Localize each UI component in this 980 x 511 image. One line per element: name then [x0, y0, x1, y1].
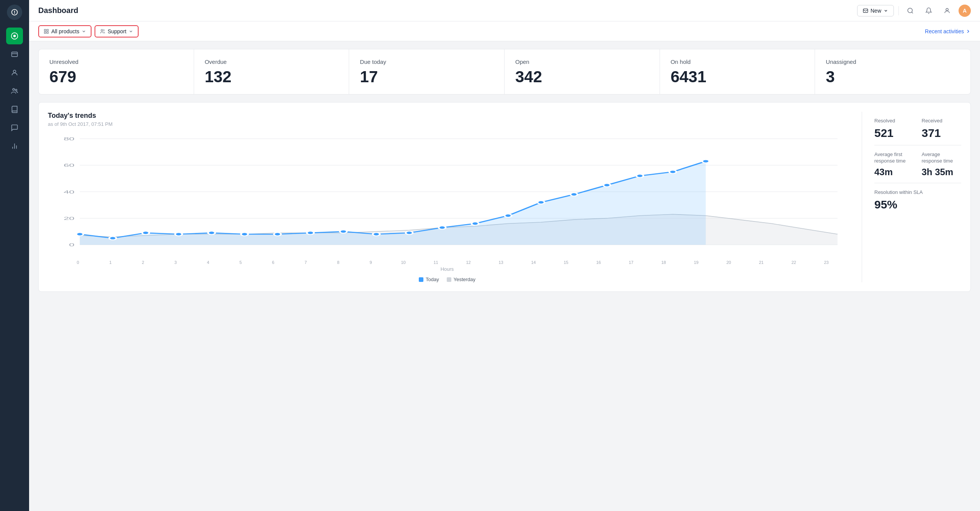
metric-row-1: Resolved 521 Received 371 [874, 112, 961, 145]
sidebar-item-tickets[interactable] [6, 46, 23, 63]
svg-point-38 [439, 226, 446, 229]
page-title: Dashboard [38, 6, 78, 15]
x-axis-label: 4 [192, 260, 224, 265]
svg-point-33 [274, 233, 281, 236]
received-label: Received [922, 118, 962, 124]
chart-title: Today's trends [48, 112, 846, 120]
recent-activities-link[interactable]: Recent activities [925, 28, 971, 34]
search-button[interactable] [903, 4, 917, 18]
chart-section: Today's trends as of 9th Oct 2017, 07:51… [38, 102, 971, 292]
svg-text:0: 0 [69, 242, 74, 247]
stat-value: 6431 [671, 69, 804, 85]
x-axis-label: 11 [420, 260, 452, 265]
stat-value: 679 [49, 69, 183, 85]
svg-point-28 [109, 236, 116, 240]
svg-rect-12 [44, 29, 46, 31]
main-content: Dashboard New A All products [29, 0, 980, 511]
sidebar-item-teams[interactable] [6, 83, 23, 99]
svg-point-39 [472, 222, 479, 225]
stat-card: Unresolved 679 [39, 49, 194, 94]
avg-response-value: 3h 35m [922, 168, 962, 177]
stat-label: Unassigned [826, 59, 960, 65]
svg-point-45 [669, 170, 676, 174]
x-axis-label: 13 [485, 260, 517, 265]
header-divider [898, 6, 899, 15]
svg-point-4 [13, 88, 15, 90]
svg-point-40 [505, 214, 512, 217]
avg-response-label: Average response time [922, 151, 962, 164]
stat-label: Overdue [205, 59, 338, 65]
stat-value: 132 [205, 69, 338, 85]
x-axis-label: 19 [680, 260, 712, 265]
new-button[interactable]: New [857, 5, 894, 16]
resolution-sla-label: Resolution within SLA [874, 189, 961, 196]
stat-label: Due today [360, 59, 493, 65]
svg-text:20: 20 [64, 216, 74, 221]
x-axis-label: 8 [322, 260, 354, 265]
resolution-sla-metric: Resolution within SLA 95% [874, 189, 961, 210]
metric-row-3: Resolution within SLA 95% [874, 183, 961, 216]
svg-point-44 [636, 174, 644, 177]
content-area: Unresolved 679 Overdue 132 Due today 17 … [29, 41, 980, 511]
search-icon [907, 7, 914, 14]
avg-response-metric: Average response time 3h 35m [922, 151, 962, 177]
svg-point-16 [101, 29, 103, 31]
sidebar-item-contacts[interactable] [6, 64, 23, 81]
stat-value: 3 [826, 69, 960, 85]
x-axis-label: 20 [712, 260, 745, 265]
x-axis-label: 1 [94, 260, 127, 265]
user-menu-button[interactable] [940, 4, 954, 18]
stats-grid: Unresolved 679 Overdue 132 Due today 17 … [38, 49, 971, 94]
sidebar-item-knowledge[interactable] [6, 101, 23, 118]
x-axis-label: 12 [452, 260, 485, 265]
avatar[interactable]: A [959, 5, 971, 17]
x-axis-label: 17 [615, 260, 647, 265]
sidebar [0, 0, 29, 511]
support-filter[interactable]: Support [95, 25, 139, 37]
sidebar-item-chat[interactable] [6, 119, 23, 136]
sidebar-item-reports[interactable] [6, 138, 23, 155]
trend-chart-svg: 020406080 [48, 135, 846, 257]
metric-row-2: Average first response time 43m Average … [874, 145, 961, 183]
chevron-down-icon-2 [129, 29, 133, 34]
svg-point-46 [702, 159, 709, 163]
svg-point-3 [13, 70, 16, 73]
x-axis-label: 23 [810, 260, 843, 265]
chart-subtitle: as of 9th Oct 2017, 07:51 PM [48, 121, 846, 127]
all-products-filter[interactable]: All products [38, 25, 91, 37]
x-axis-label: 18 [647, 260, 680, 265]
chart-right: Resolved 521 Received 371 Average first … [862, 112, 961, 282]
user-circle-icon [944, 7, 951, 14]
svg-text:80: 80 [64, 136, 74, 141]
resolved-label: Resolved [874, 118, 914, 124]
resolution-sla-value: 95% [874, 199, 961, 210]
header: Dashboard New A [29, 0, 980, 21]
stat-card: Open 342 [505, 49, 660, 94]
resolved-metric: Resolved 521 [874, 118, 914, 139]
svg-rect-2 [12, 52, 18, 57]
x-axis-label: 21 [745, 260, 777, 265]
notifications-button[interactable] [922, 4, 936, 18]
bell-icon [925, 7, 932, 14]
stat-value: 17 [360, 69, 493, 85]
x-axis-label: 15 [550, 260, 582, 265]
svg-point-1 [13, 35, 16, 37]
svg-point-29 [142, 231, 149, 235]
stat-value: 342 [515, 69, 649, 85]
svg-point-32 [241, 233, 248, 236]
app-logo[interactable] [7, 5, 22, 20]
filter-bar: All products Support Recent activities [29, 21, 980, 41]
stat-card: Unassigned 3 [815, 49, 970, 94]
svg-point-35 [340, 230, 347, 233]
svg-rect-13 [47, 29, 48, 31]
sidebar-item-dashboard[interactable] [6, 28, 23, 44]
stat-label: Unresolved [49, 59, 183, 65]
svg-text:60: 60 [64, 163, 74, 168]
svg-point-43 [603, 184, 611, 187]
stat-label: Open [515, 59, 649, 65]
svg-point-41 [537, 201, 545, 204]
x-axis-label: 6 [257, 260, 289, 265]
yesterday-dot [447, 277, 451, 282]
chart-left: Today's trends as of 9th Oct 2017, 07:51… [48, 112, 846, 282]
x-axis-label: 7 [289, 260, 322, 265]
